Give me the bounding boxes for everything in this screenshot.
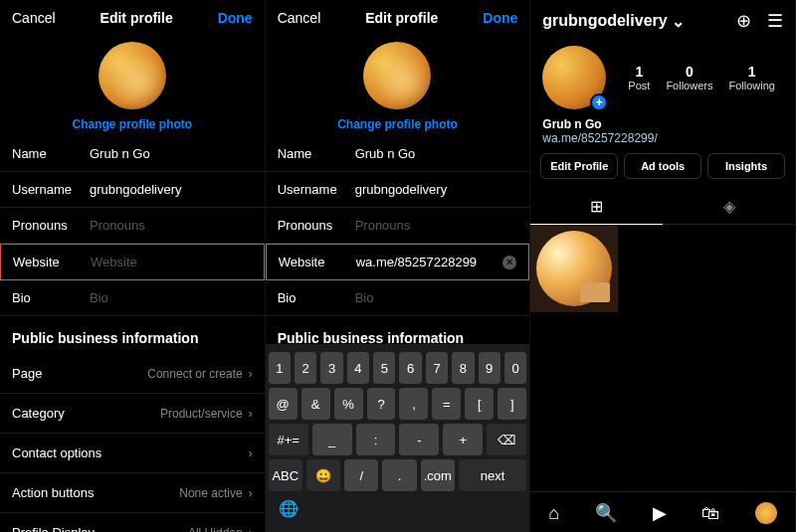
key-lbracket[interactable]: [ — [465, 388, 494, 420]
bio-row[interactable]: Bio Bio — [266, 280, 530, 316]
category-row[interactable]: Category Product/service› — [0, 394, 265, 434]
website-row[interactable]: Website Website — [0, 244, 265, 280]
username-dropdown[interactable]: grubngodelivery ⌄ — [542, 12, 684, 31]
username-value[interactable]: grubngodelivery — [355, 182, 518, 197]
key-rbracket[interactable]: ] — [498, 388, 526, 420]
key-0[interactable]: 0 — [504, 352, 526, 384]
key-amp[interactable]: & — [301, 388, 330, 420]
key-colon[interactable]: : — [356, 424, 396, 455]
contact-label: Contact options — [12, 445, 101, 460]
stat-posts[interactable]: 1 Post — [628, 64, 650, 91]
website-row[interactable]: Website wa.me/85257228299 ✕ — [266, 244, 530, 280]
key-3[interactable]: 3 — [320, 352, 342, 384]
key-1[interactable]: 1 — [269, 352, 291, 384]
key-at[interactable]: @ — [269, 388, 298, 420]
key-slash[interactable]: / — [344, 459, 378, 491]
page-row[interactable]: Page Connect or create› — [0, 354, 265, 394]
contact-row[interactable]: Contact options › — [0, 434, 265, 473]
clear-icon[interactable]: ✕ — [502, 256, 516, 269]
reels-icon[interactable]: ▶ — [653, 502, 667, 524]
menu-icon[interactable]: ☰ — [767, 10, 783, 32]
pronouns-placeholder[interactable]: Pronouns — [90, 218, 253, 233]
done-button[interactable]: Done — [218, 10, 253, 26]
tagged-tab[interactable]: ◈ — [663, 189, 795, 224]
website-placeholder[interactable]: Website — [91, 255, 252, 269]
key-minus[interactable]: - — [399, 424, 439, 455]
globe-icon[interactable]: 🌐 — [273, 497, 304, 520]
key-plus[interactable]: + — [443, 424, 483, 455]
bio-row[interactable]: Bio Bio — [0, 280, 265, 316]
post-grid — [530, 225, 795, 312]
shop-icon[interactable]: 🛍 — [701, 503, 719, 524]
stat-followers[interactable]: 0 Followers — [666, 64, 712, 91]
key-next[interactable]: next — [459, 459, 526, 491]
key-9[interactable]: 9 — [479, 352, 500, 384]
search-icon[interactable]: 🔍 — [595, 502, 617, 524]
key-backspace[interactable]: ⌫ — [487, 424, 526, 455]
website-label: Website — [279, 255, 356, 269]
bio-placeholder[interactable]: Bio — [90, 290, 253, 305]
post-thumbnail[interactable] — [530, 225, 618, 312]
cancel-button[interactable]: Cancel — [278, 10, 321, 26]
bio-placeholder[interactable]: Bio — [355, 290, 518, 305]
key-abc[interactable]: ABC — [269, 459, 302, 491]
display-name: Grub n Go — [542, 117, 783, 131]
create-icon[interactable]: ⊕ — [736, 10, 751, 32]
stat-following[interactable]: 1 Following — [728, 64, 774, 91]
name-value[interactable]: Grub n Go — [355, 146, 518, 161]
username-row[interactable]: Username grubngodelivery — [0, 172, 265, 208]
pronouns-row[interactable]: Pronouns Pronouns — [0, 208, 265, 244]
pronouns-placeholder[interactable]: Pronouns — [355, 218, 518, 233]
profile-avatar[interactable]: + — [542, 46, 606, 109]
change-photo-link[interactable]: Change profile photo — [337, 117, 458, 131]
name-row[interactable]: Name Grub n Go — [266, 136, 530, 172]
profile-display-row[interactable]: Profile Display All Hidden› — [0, 513, 265, 532]
edit-profile-pane-empty-website: Cancel Edit profile Done Change profile … — [0, 0, 266, 532]
profile-nav-icon[interactable] — [755, 502, 777, 524]
cancel-button[interactable]: Cancel — [12, 10, 56, 26]
grid-tab[interactable]: ⊞ — [530, 189, 663, 224]
profile-tabs: ⊞ ◈ — [530, 189, 795, 225]
key-eq[interactable]: = — [432, 388, 461, 420]
key-comma[interactable]: , — [399, 388, 428, 420]
edit-profile-button[interactable]: Edit Profile — [540, 153, 618, 179]
name-value[interactable]: Grub n Go — [90, 146, 253, 161]
key-2[interactable]: 2 — [295, 352, 316, 384]
profile-avatar[interactable] — [99, 42, 166, 109]
name-row[interactable]: Name Grub n Go — [0, 136, 265, 172]
action-buttons-row[interactable]: Action buttons None active› — [0, 473, 265, 513]
action-buttons: Edit Profile Ad tools Insights — [530, 153, 795, 189]
key-pct[interactable]: % — [334, 388, 363, 420]
website-value[interactable]: wa.me/85257228299 — [356, 255, 498, 269]
key-q[interactable]: ? — [367, 388, 396, 420]
following-label: Following — [728, 80, 774, 91]
website-link[interactable]: wa.me/85257228299/ — [542, 131, 783, 145]
add-story-badge[interactable]: + — [590, 93, 608, 111]
change-photo-link[interactable]: Change profile photo — [73, 117, 193, 131]
bio-section: Grub n Go wa.me/85257228299/ — [530, 117, 795, 153]
chevron-right-icon: › — [249, 407, 253, 421]
keyboard[interactable]: 1 2 3 4 5 6 7 8 9 0 @ & % ? , = [ ] #+= … — [266, 344, 530, 532]
profile-avatar[interactable] — [363, 42, 431, 109]
key-8[interactable]: 8 — [452, 352, 474, 384]
home-icon[interactable]: ⌂ — [548, 503, 559, 524]
key-5[interactable]: 5 — [373, 352, 395, 384]
key-emoji[interactable]: 😀 — [306, 459, 340, 491]
key-underscore[interactable]: _ — [312, 424, 352, 455]
insights-button[interactable]: Insights — [707, 153, 785, 179]
username-label: Username — [12, 182, 90, 197]
key-dotcom[interactable]: .com — [421, 459, 455, 491]
key-7[interactable]: 7 — [426, 352, 448, 384]
key-4[interactable]: 4 — [347, 352, 369, 384]
username-row[interactable]: Username grubngodelivery — [266, 172, 530, 208]
done-button[interactable]: Done — [483, 10, 517, 26]
key-6[interactable]: 6 — [399, 352, 421, 384]
username-value[interactable]: grubngodelivery — [90, 182, 253, 197]
ad-tools-button[interactable]: Ad tools — [624, 153, 701, 179]
header: Cancel Edit profile Done — [266, 0, 530, 36]
pronouns-row[interactable]: Pronouns Pronouns — [266, 208, 530, 244]
avatar-section: Change profile photo — [266, 42, 530, 132]
key-symbols[interactable]: #+= — [269, 424, 308, 455]
pronouns-label: Pronouns — [278, 218, 355, 233]
key-dot[interactable]: . — [382, 459, 416, 491]
